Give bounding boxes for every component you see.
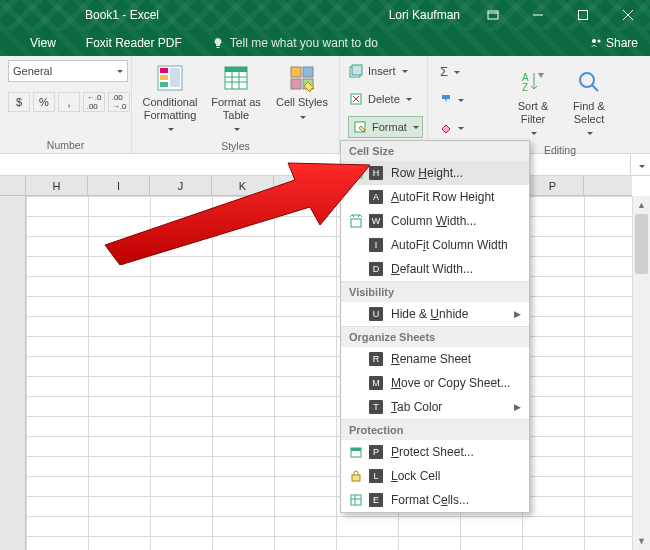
svg-rect-27: [351, 495, 361, 505]
submenu-arrow-icon: ▶: [514, 309, 521, 319]
menu-autofit-column[interactable]: I AutoFit Column Width: [341, 233, 529, 257]
format-table-icon: [220, 62, 252, 94]
maximize-button[interactable]: [560, 0, 605, 30]
row-headers[interactable]: [0, 196, 26, 550]
fill-button[interactable]: [436, 88, 464, 110]
group-cells: Insert Delete Format Cells: [340, 56, 428, 153]
menu-row-height[interactable]: H Row Height...: [341, 161, 529, 185]
find-select-button[interactable]: Find & Select: [564, 64, 614, 142]
lock-icon: [347, 467, 365, 485]
menu-header-organize: Organize Sheets: [341, 326, 529, 347]
tell-me[interactable]: Tell me what you want to do: [212, 36, 378, 50]
svg-rect-23: [351, 219, 361, 227]
menu-column-width[interactable]: W Column Width...: [341, 209, 529, 233]
submenu-arrow-icon: ▶: [514, 402, 521, 412]
user-name: Lori Kaufman: [389, 8, 460, 22]
group-editing-mini: Σ: [428, 56, 500, 153]
share-icon: [590, 37, 602, 49]
menu-format-cells[interactable]: E Format Cells...: [341, 488, 529, 512]
menu-hide-unhide[interactable]: U Hide & Unhide ▶: [341, 302, 529, 326]
sort-filter-button[interactable]: AZ Sort & Filter: [508, 64, 558, 142]
svg-point-3: [597, 40, 600, 43]
svg-point-21: [580, 73, 594, 87]
increase-decimal-button[interactable]: ←.0.00: [83, 92, 105, 112]
svg-point-2: [592, 39, 596, 43]
percent-button[interactable]: %: [33, 92, 55, 112]
document-title: Book1 - Excel: [85, 8, 159, 22]
svg-rect-12: [303, 67, 313, 77]
cell-styles-button[interactable]: Cell Styles: [272, 60, 332, 125]
autosum-button[interactable]: Σ: [436, 60, 460, 82]
decrease-decimal-button[interactable]: .00→.0: [108, 92, 130, 112]
col-header[interactable]: H: [26, 176, 88, 195]
format-button[interactable]: Format: [348, 116, 423, 138]
share-button[interactable]: Share: [590, 36, 638, 50]
col-header[interactable]: I: [88, 176, 150, 195]
svg-rect-13: [291, 79, 301, 89]
tab-view[interactable]: View: [30, 36, 56, 50]
menu-header-visibility: Visibility: [341, 281, 529, 302]
delete-icon: [348, 91, 364, 107]
svg-text:Z: Z: [522, 82, 528, 93]
vertical-scrollbar[interactable]: ▲ ▼: [632, 196, 650, 550]
title-bar: Book1 - Excel Lori Kaufman: [0, 0, 650, 30]
format-menu: Cell Size H Row Height... A AutoFit Row …: [340, 140, 530, 513]
col-header[interactable]: L: [274, 176, 336, 195]
conditional-formatting-icon: [154, 62, 186, 94]
svg-rect-8: [170, 68, 180, 87]
menu-default-width[interactable]: D Default Width...: [341, 257, 529, 281]
svg-rect-11: [291, 67, 301, 77]
lightbulb-icon: [212, 37, 224, 49]
clear-button[interactable]: [436, 116, 464, 138]
format-as-table-button[interactable]: Format as Table: [206, 60, 266, 138]
svg-rect-22: [354, 168, 362, 178]
ribbon: General $ % , ←.0.00 .00→.0 Number Condi…: [0, 56, 650, 154]
scroll-down-icon[interactable]: ▼: [633, 532, 650, 550]
ribbon-tabs: View Foxit Reader PDF Tell me what you w…: [0, 30, 650, 56]
insert-button[interactable]: Insert: [348, 60, 408, 82]
group-editing: AZ Sort & Filter Find & Select Editing: [500, 56, 620, 153]
delete-button[interactable]: Delete: [348, 88, 412, 110]
group-styles: Conditional Formatting Format as Table C…: [132, 56, 340, 153]
scroll-thumb[interactable]: [635, 214, 648, 274]
svg-rect-1: [578, 11, 587, 20]
scroll-up-icon[interactable]: ▲: [633, 196, 650, 214]
col-header[interactable]: P: [522, 176, 584, 195]
tab-foxit[interactable]: Foxit Reader PDF: [86, 36, 182, 50]
formula-expand-button[interactable]: [630, 155, 650, 175]
svg-rect-10: [225, 67, 247, 72]
sort-filter-icon: AZ: [517, 66, 549, 98]
menu-lock-cell[interactable]: L Lock Cell: [341, 464, 529, 488]
menu-header-protection: Protection: [341, 419, 529, 440]
currency-button[interactable]: $: [8, 92, 30, 112]
cell-styles-icon: [286, 62, 318, 94]
protect-icon: [347, 443, 365, 461]
cells-grid[interactable]: [0, 196, 632, 550]
close-button[interactable]: [605, 0, 650, 30]
col-header[interactable]: J: [150, 176, 212, 195]
minimize-button[interactable]: [515, 0, 560, 30]
format-cells-icon: [347, 491, 365, 509]
formula-bar: [0, 154, 650, 176]
menu-rename-sheet[interactable]: R Rename Sheet: [341, 347, 529, 371]
comma-button[interactable]: ,: [58, 92, 80, 112]
ribbon-display-options-button[interactable]: [470, 0, 515, 30]
insert-icon: [348, 63, 364, 79]
chevron-down-icon: [115, 65, 123, 77]
number-format-select[interactable]: General: [8, 60, 128, 82]
menu-protect-sheet[interactable]: P Protect Sheet...: [341, 440, 529, 464]
conditional-formatting-button[interactable]: Conditional Formatting: [140, 60, 200, 138]
svg-rect-7: [160, 82, 168, 87]
menu-autofit-row[interactable]: A AutoFit Row Height: [341, 185, 529, 209]
menu-move-copy[interactable]: M Move or Copy Sheet...: [341, 371, 529, 395]
menu-header-cell-size: Cell Size: [341, 141, 529, 161]
column-headers: H I J K L M N O P: [0, 176, 632, 196]
svg-rect-26: [352, 475, 360, 481]
svg-rect-0: [488, 11, 498, 19]
menu-tab-color[interactable]: T Tab Color ▶: [341, 395, 529, 419]
col-header[interactable]: K: [212, 176, 274, 195]
fill-down-icon: [440, 93, 452, 105]
svg-rect-5: [160, 68, 168, 73]
svg-rect-16: [352, 65, 362, 75]
select-all-corner[interactable]: [0, 176, 26, 195]
